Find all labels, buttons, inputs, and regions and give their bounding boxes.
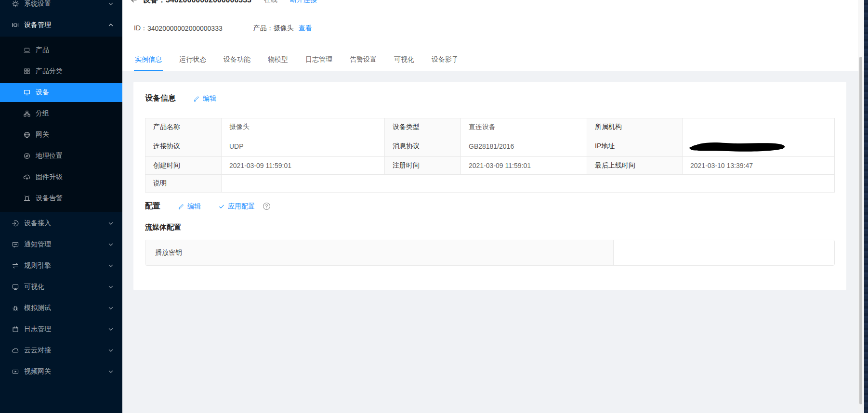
sidebar-item-label: 设备 (36, 88, 49, 97)
sidebar-item-product[interactable]: 产品 (0, 40, 122, 60)
sidebar-item-label: 产品分类 (36, 67, 63, 76)
cloud-upload-icon (23, 173, 31, 181)
sidebar-item-product-category[interactable]: 产品分类 (0, 62, 122, 81)
table-value: 2021-03-09 11:59:01 (222, 157, 385, 175)
apply-config-button[interactable]: 应用配置 (218, 202, 255, 211)
sidebar-item-simulation-test[interactable]: 模拟测试 (0, 298, 122, 318)
appstore-icon (23, 67, 31, 75)
config-field-value (614, 240, 834, 265)
sidebar-item-cloud-connection[interactable]: 云云对接 (0, 341, 122, 360)
chevron-down-icon (108, 305, 114, 311)
id-label: ID： (134, 24, 147, 33)
sidebar-item-label: 设备接入 (24, 219, 51, 228)
chevron-down-icon (108, 263, 114, 269)
table-value: 2021-03-09 11:59:01 (461, 157, 587, 175)
tab-log-management[interactable]: 日志管理 (304, 49, 333, 71)
edit-config-button[interactable]: 编辑 (178, 202, 201, 211)
device-action-link[interactable]: 断开连接 (290, 0, 317, 4)
table-label: 设备类型 (385, 118, 461, 136)
sidebar-item-rule-engine[interactable]: 规则引擎 (0, 256, 122, 275)
video-icon (12, 368, 19, 375)
sidebar-item-video-gateway[interactable]: 视频网关 (0, 362, 122, 381)
table-value: 2021-03-10 13:39:47 (683, 157, 835, 175)
scrollbar-thumb[interactable] (859, 57, 862, 404)
sidebar-item-system-settings[interactable]: 系统设置 (0, 0, 122, 13)
sidebar-item-notification-management[interactable]: 通知管理 (0, 235, 122, 254)
product-label: 产品： (253, 24, 274, 33)
swap-icon (12, 262, 19, 270)
config-title: 配置 (145, 201, 160, 211)
main-area: 设备：34020000002000000333 在线 断开连接 ID： 3402… (122, 0, 868, 413)
sidebar-item-label: 固件升级 (36, 173, 63, 181)
table-value: GB28181/2016 (461, 136, 587, 157)
sidebar-item-device[interactable]: 设备 (0, 83, 122, 102)
vertical-scrollbar[interactable] (858, 0, 864, 413)
sidebar-item-geolocation[interactable]: 地理位置 (0, 146, 122, 166)
id-value: 34020000002000000333 (147, 25, 223, 32)
device-manage-icon (12, 21, 19, 29)
message-icon (12, 241, 19, 248)
right-edge-strip (864, 0, 868, 413)
tab-device-shadow[interactable]: 设备影子 (431, 49, 460, 71)
sidebar-item-label: 日志管理 (24, 325, 51, 334)
device-management-submenu: 产品 产品分类 设备 分组 (0, 37, 122, 212)
table-label: 注册时间 (385, 157, 461, 175)
sidebar-item-device-alarm[interactable]: 设备告警 (0, 189, 122, 208)
compass-icon (23, 152, 31, 160)
sidebar-item-label: 视频网关 (24, 367, 51, 376)
tab-visualization[interactable]: 可视化 (393, 49, 415, 71)
device-tabs: 实例信息 运行状态 设备功能 物模型 日志管理 告警设置 可视化 设备影子 (122, 49, 868, 71)
table-label: 说明 (145, 175, 222, 193)
calendar-icon (12, 325, 19, 333)
table-value (222, 175, 835, 193)
sidebar-item-gateway[interactable]: 网关 (0, 125, 122, 144)
page-title: 设备：34020000002000000333 (143, 0, 251, 5)
device-title-row: 设备：34020000002000000333 在线 断开连接 (122, 0, 868, 10)
sidebar-item-label: 规则引擎 (24, 261, 51, 270)
sidebar-item-label: 可视化 (24, 283, 44, 291)
tab-running-status[interactable]: 运行状态 (178, 49, 207, 71)
sidebar-item-label: 云云对接 (24, 346, 51, 355)
globe-icon (23, 131, 31, 139)
bug-icon (12, 304, 19, 312)
redaction-scribble (687, 140, 789, 153)
tab-device-functions[interactable]: 设备功能 (223, 49, 251, 71)
sidebar-item-firmware-upgrade[interactable]: 固件升级 (0, 168, 122, 187)
tab-alarm-settings[interactable]: 告警设置 (349, 49, 378, 71)
sidebar-item-log-management[interactable]: 日志管理 (0, 320, 122, 339)
sidebar-item-label: 设备管理 (24, 21, 51, 29)
cloud-icon (12, 347, 19, 354)
chevron-down-icon (108, 242, 114, 247)
sidebar-item-device-access[interactable]: 设备接入 (0, 214, 122, 233)
edit-device-info-button[interactable]: 编辑 (193, 94, 216, 103)
config-section-header: 配置 编辑 应用配置 (145, 201, 835, 211)
sidebar: 系统设置 设备管理 产品 (0, 0, 122, 413)
sidebar-item-visualization[interactable]: 可视化 (0, 277, 122, 297)
chevron-up-icon (108, 22, 114, 28)
sidebar-item-label: 设备告警 (36, 194, 63, 203)
instance-info-card: 设备信息 编辑 产品名称 摄像头 设备类型 直连设备 所属机构 连接协议 UDP… (133, 82, 846, 290)
table-label: 创建时间 (145, 157, 222, 175)
page-header: 设备：34020000002000000333 在线 断开连接 ID： 3402… (122, 0, 868, 71)
chevron-down-icon (108, 284, 114, 290)
sidebar-item-label: 通知管理 (24, 240, 51, 249)
pencil-icon (178, 203, 184, 210)
device-info-table: 产品名称 摄像头 设备类型 直连设备 所属机构 连接协议 UDP 消息协议 GB… (145, 118, 835, 193)
question-circle-icon[interactable] (263, 202, 271, 210)
table-label: 最后上线时间 (587, 157, 683, 175)
tab-thing-model[interactable]: 物模型 (267, 49, 289, 71)
view-product-link[interactable]: 查看 (299, 24, 312, 33)
device-info-title: 设备信息 (145, 93, 176, 103)
sidebar-item-device-management[interactable]: 设备管理 (0, 15, 122, 35)
redacted-ip-value (683, 136, 835, 157)
tab-instance-info[interactable]: 实例信息 (134, 49, 163, 71)
table-label: 所属机构 (587, 118, 683, 136)
back-arrow-icon[interactable] (130, 0, 138, 4)
table-label: 消息协议 (385, 136, 461, 157)
sidebar-item-group[interactable]: 分组 (0, 104, 122, 123)
chevron-down-icon (108, 348, 114, 353)
chevron-down-icon (108, 326, 114, 332)
device-id-row: ID： 34020000002000000333 产品： 摄像头 查看 (122, 24, 868, 33)
chevron-down-icon (108, 1, 114, 7)
table-label: 产品名称 (145, 118, 222, 136)
